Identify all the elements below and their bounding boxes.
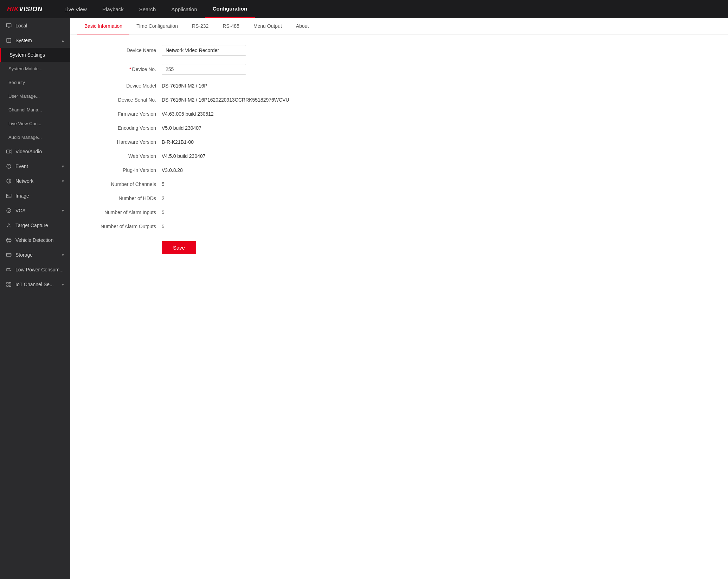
value-num-alarm-outputs: 5	[162, 224, 165, 229]
nav-search[interactable]: Search	[131, 0, 164, 18]
sidebar-group-vca[interactable]: VCA ▼	[0, 203, 70, 218]
value-num-hdds: 2	[162, 195, 165, 201]
value-hardware-version: B-R-K21B1-00	[162, 139, 194, 145]
svg-point-16	[8, 224, 9, 225]
input-device-name[interactable]	[162, 45, 246, 56]
sidebar-item-target-capture[interactable]: Target Capture	[0, 218, 70, 233]
logo: HIKVISION	[7, 6, 43, 13]
tab-about[interactable]: About	[289, 18, 316, 34]
network-icon	[6, 178, 12, 184]
svg-rect-30	[9, 285, 11, 287]
svg-point-23	[10, 255, 10, 256]
value-num-alarm-inputs: 5	[162, 210, 165, 215]
nav-live-view[interactable]: Live View	[57, 0, 95, 18]
svg-rect-28	[9, 282, 11, 284]
row-firmware-version: Firmware Version V4.63.005 build 230512	[84, 111, 714, 117]
system-icon	[6, 37, 12, 44]
label-device-model: Device Model	[84, 83, 162, 89]
row-num-hdds: Number of HDDs 2	[84, 195, 714, 201]
chevron-up-icon: ▲	[61, 39, 65, 43]
sidebar-item-channel-management[interactable]: Channel Mana...	[0, 103, 70, 117]
svg-rect-27	[7, 282, 8, 284]
event-icon	[6, 163, 12, 169]
tab-time-config[interactable]: Time Configuration	[129, 18, 185, 34]
row-num-alarm-inputs: Number of Alarm Inputs 5	[84, 210, 714, 215]
sidebar-label-video-audio: Video/Audio	[15, 149, 65, 154]
nav-items: Live View Playback Search Application Co…	[57, 0, 255, 18]
label-device-serial: Device Serial No.	[84, 97, 162, 103]
sidebar-label-live-view-config: Live View Con...	[8, 121, 65, 126]
tab-rs485[interactable]: RS-485	[215, 18, 246, 34]
svg-rect-17	[6, 239, 11, 241]
sidebar-item-security[interactable]: Security	[0, 76, 70, 89]
value-firmware-version: V4.63.005 build 230512	[162, 111, 214, 117]
sidebar-item-live-view-config[interactable]: Live View Con...	[0, 117, 70, 130]
sidebar-label-target-capture: Target Capture	[15, 223, 65, 228]
label-plugin-version: Plug-In Version	[84, 167, 162, 173]
sidebar-label-network: Network	[15, 178, 58, 184]
save-button[interactable]: Save	[162, 241, 196, 254]
content-area: Basic Information Time Configuration RS-…	[70, 18, 728, 579]
chevron-down-icon-network: ▼	[61, 179, 65, 183]
sidebar-group-iot[interactable]: IoT Channel Se... ▼	[0, 277, 70, 292]
tab-rs232[interactable]: RS-232	[185, 18, 215, 34]
svg-point-9	[8, 167, 9, 167]
sidebar-group-event[interactable]: Event ▼	[0, 159, 70, 174]
sidebar-label-vehicle-detection: Vehicle Detection	[15, 237, 65, 243]
input-device-no[interactable]	[162, 64, 246, 75]
sidebar-label-channel-management: Channel Mana...	[8, 107, 65, 112]
sidebar-label-event: Event	[15, 163, 58, 169]
sidebar-item-system-maintenance[interactable]: System Mainte...	[0, 62, 70, 76]
svg-point-19	[9, 241, 11, 242]
chevron-down-icon-iot: ▼	[61, 283, 65, 287]
top-navigation: HIKVISION Live View Playback Search Appl…	[0, 0, 728, 18]
value-plugin-version: V3.0.8.28	[162, 167, 183, 173]
svg-point-22	[10, 254, 10, 254]
sidebar-group-network[interactable]: Network ▼	[0, 174, 70, 188]
sidebar-item-system-settings[interactable]: System Settings	[0, 48, 70, 62]
sidebar-group-storage[interactable]: Storage ▼	[0, 247, 70, 262]
sidebar-item-image[interactable]: Image	[0, 188, 70, 203]
label-encoding-version: Encoding Version	[84, 125, 162, 131]
value-num-channels: 5	[162, 181, 165, 187]
sidebar-item-local[interactable]: Local	[0, 18, 70, 33]
sidebar-item-video-audio[interactable]: Video/Audio	[0, 144, 70, 159]
sidebar: Local System ▲ System Settings System Ma…	[0, 18, 70, 579]
svg-rect-0	[6, 24, 11, 27]
chevron-down-icon-event: ▼	[61, 165, 65, 168]
label-hardware-version: Hardware Version	[84, 139, 162, 145]
row-save: Save	[84, 238, 714, 254]
svg-rect-5	[6, 150, 9, 153]
sidebar-label-security: Security	[8, 80, 65, 85]
sidebar-item-audio-management[interactable]: Audio Manage...	[0, 130, 70, 144]
value-encoding-version: V5.0 build 230407	[162, 125, 201, 131]
sidebar-item-user-management[interactable]: User Manage...	[0, 89, 70, 103]
nav-playback[interactable]: Playback	[95, 0, 131, 18]
sidebar-label-local: Local	[15, 23, 65, 28]
svg-point-15	[7, 208, 11, 213]
sidebar-label-iot: IoT Channel Se...	[15, 282, 58, 287]
row-device-model: Device Model DS-7616NI-M2 / 16P	[84, 83, 714, 89]
label-firmware-version: Firmware Version	[84, 111, 162, 117]
tab-menu-output[interactable]: Menu Output	[246, 18, 289, 34]
row-hardware-version: Hardware Version B-R-K21B1-00	[84, 139, 714, 145]
row-device-serial: Device Serial No. DS-7616NI-M2 / 16P1620…	[84, 97, 714, 103]
value-web-version: V4.5.0 build 230407	[162, 153, 206, 159]
label-num-alarm-inputs: Number of Alarm Inputs	[84, 210, 162, 215]
row-web-version: Web Version V4.5.0 build 230407	[84, 153, 714, 159]
nav-application[interactable]: Application	[163, 0, 205, 18]
row-num-alarm-outputs: Number of Alarm Outputs 5	[84, 224, 714, 229]
sidebar-item-vehicle-detection[interactable]: Vehicle Detection	[0, 233, 70, 247]
tab-basic-info[interactable]: Basic Information	[77, 18, 129, 34]
image-icon	[6, 193, 12, 199]
vehicle-icon	[6, 237, 12, 243]
value-device-model: DS-7616NI-M2 / 16P	[162, 83, 207, 89]
label-device-name: Device Name	[84, 47, 162, 53]
nav-configuration[interactable]: Configuration	[205, 0, 255, 18]
svg-rect-29	[7, 285, 8, 287]
row-plugin-version: Plug-In Version V3.0.8.28	[84, 167, 714, 173]
sidebar-item-low-power[interactable]: Low Power Consum...	[0, 262, 70, 277]
svg-point-18	[7, 241, 8, 242]
sidebar-label-image: Image	[15, 193, 65, 199]
sidebar-group-system[interactable]: System ▲	[0, 33, 70, 48]
